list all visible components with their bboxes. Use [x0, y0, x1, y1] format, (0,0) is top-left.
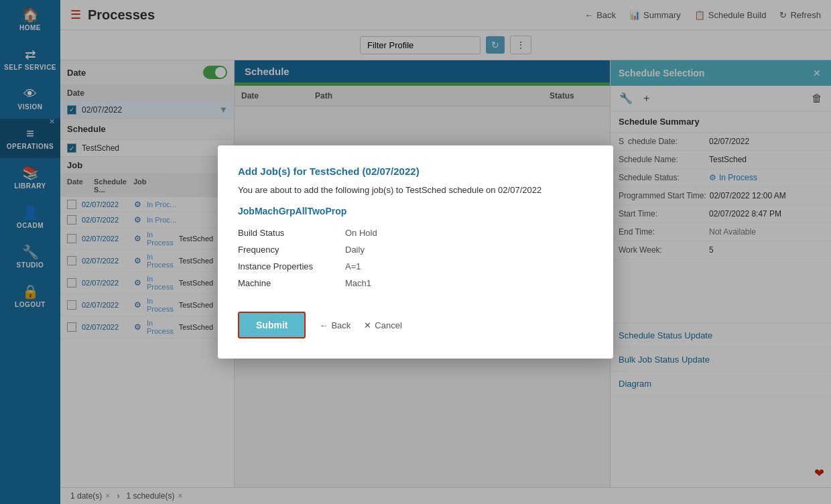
frequency-value: Daily	[345, 245, 365, 255]
back-arrow-icon: ←	[319, 320, 328, 330]
modal-prop-build-status: Build Status On Hold	[238, 225, 593, 241]
modal-cancel-label: Cancel	[375, 320, 401, 330]
modal-back-button[interactable]: ← Back	[319, 320, 350, 330]
build-status-value: On Hold	[345, 228, 377, 238]
modal-back-label: Back	[331, 320, 350, 330]
modal-dialog: Add Job(s) for TestSched (02/07/2022) Yo…	[218, 145, 613, 359]
modal-properties: Build Status On Hold Frequency Daily Ins…	[238, 225, 593, 292]
modal-cancel-button[interactable]: ✕ Cancel	[364, 320, 401, 330]
frequency-label: Frequency	[238, 245, 332, 255]
modal-title: Add Job(s) for TestSched (02/07/2022)	[238, 166, 593, 177]
machine-label: Machine	[238, 278, 332, 288]
instance-value: A=1	[345, 261, 361, 271]
modal-job-name: JobMachGrpAllTwoProp	[238, 206, 593, 216]
modal-prop-frequency: Frequency Daily	[238, 241, 593, 258]
build-status-label: Build Status	[238, 228, 332, 238]
modal-prop-instance: Instance Properties A=1	[238, 258, 593, 275]
instance-label: Instance Properties	[238, 261, 332, 271]
submit-button[interactable]: Submit	[238, 312, 306, 338]
modal-subtitle: You are about to add the following job(s…	[238, 185, 593, 195]
cancel-x-icon: ✕	[364, 320, 371, 330]
modal-actions: Submit ← Back ✕ Cancel	[238, 312, 593, 338]
modal-overlay: Add Job(s) for TestSched (02/07/2022) Yo…	[0, 0, 831, 504]
machine-value: Mach1	[345, 278, 371, 288]
modal-prop-machine: Machine Mach1	[238, 275, 593, 292]
